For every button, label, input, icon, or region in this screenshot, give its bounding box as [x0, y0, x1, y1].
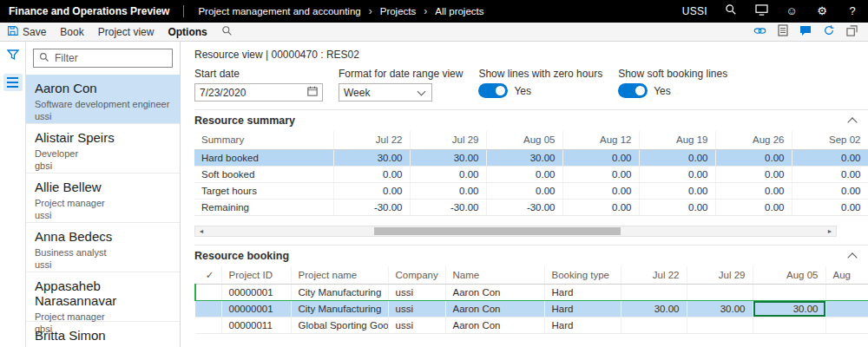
summary-row-hard-booked[interactable]: Hard booked 30.00 30.00 30.00 0.00 0.00 …	[194, 149, 868, 166]
resource-item-appasaheb-narasannavar[interactable]: Appasaheb Narasannavar Project manager g…	[26, 272, 180, 322]
project-view-button[interactable]: Project view	[98, 26, 155, 38]
filter-input[interactable]	[55, 52, 167, 64]
resource-summary-header: Resource summary	[194, 109, 868, 131]
column-header-aug26[interactable]: Aug 26	[715, 131, 792, 149]
column-header-sep02[interactable]: Sep 02	[792, 131, 868, 149]
summary-header-row: Summary Jul 22 Jul 29 Aug 05 Aug 12 Aug …	[194, 131, 868, 149]
action-search-icon[interactable]	[221, 25, 233, 39]
resource-item-aaron-con[interactable]: Aaron Con Software development engineer …	[26, 75, 180, 124]
view-controls: Start date Format for date range view We…	[194, 68, 868, 101]
soft-booking-value: Yes	[654, 85, 671, 97]
column-header-aug05[interactable]: Aug 05	[753, 266, 825, 285]
content: Aaron Con Software development engineer …	[0, 42, 868, 347]
column-header-booking-type[interactable]: Booking type	[544, 266, 621, 285]
feedback-icon[interactable]: ☺	[785, 4, 799, 18]
divider	[183, 5, 184, 17]
zero-hours-control: Show lines with zero hours Yes	[478, 68, 602, 101]
message-icon[interactable]	[799, 25, 812, 39]
scroll-right-icon[interactable]: ►	[824, 226, 836, 236]
resource-sidebar: Aaron Con Software development engineer …	[26, 42, 181, 347]
chevron-right-icon: ›	[369, 5, 372, 17]
company-link[interactable]: ussi	[388, 301, 445, 318]
resource-item-alistair-speirs[interactable]: Alistair Speirs Developer gbsi	[26, 124, 180, 174]
format-value: Week	[344, 87, 370, 99]
column-header-aug-partial[interactable]: Aug	[825, 266, 868, 285]
filter-field[interactable]	[33, 49, 173, 68]
column-header-name[interactable]: Name	[445, 266, 544, 285]
chevron-down-icon	[418, 87, 426, 95]
breadcrumb-module[interactable]: Project management and accounting	[198, 6, 360, 16]
page-title: Resource view | 00000470 : RES02	[194, 49, 868, 61]
app-title[interactable]: Finance and Operations Preview	[9, 5, 169, 17]
format-dropdown[interactable]: Week	[339, 83, 432, 101]
collapse-icon-resource-booking[interactable]	[847, 252, 857, 262]
attachments-icon[interactable]	[753, 25, 766, 39]
refresh-icon[interactable]	[823, 24, 835, 39]
document-icon[interactable]	[778, 24, 788, 39]
column-header-jul22[interactable]: Jul 22	[333, 131, 410, 149]
action-pane-right-icons	[753, 24, 861, 39]
resource-item-anna-bedecs[interactable]: Anna Bedecs Business analyst ussi	[26, 223, 180, 272]
column-header-jul29[interactable]: Jul 29	[687, 266, 753, 285]
options-tab[interactable]: Options	[168, 26, 207, 38]
active-cell[interactable]: 30.00	[753, 301, 825, 318]
resource-item-allie-bellew[interactable]: Allie Bellew Project manager ussi	[26, 174, 180, 223]
zero-hours-value: Yes	[514, 85, 531, 97]
summary-row-soft-booked[interactable]: Soft booked 0.00 0.00 0.00 0.00 0.00 0.0…	[194, 166, 868, 182]
breadcrumb-projects[interactable]: Projects	[380, 6, 417, 16]
start-date-input[interactable]	[200, 87, 295, 99]
save-button[interactable]: Save	[7, 25, 46, 39]
row-select-cell[interactable]	[195, 301, 221, 318]
scrollbar-thumb[interactable]	[374, 227, 621, 235]
zero-hours-toggle[interactable]	[478, 83, 508, 98]
resource-booking-grid-wrap: ✓ Project ID Project name Company Name B…	[194, 266, 868, 335]
booking-row-1[interactable]: 00000001 City Manufacturing ussi Aaron C…	[195, 285, 868, 301]
settings-icon[interactable]: ⚙	[815, 4, 829, 18]
scrollbar-track[interactable]	[207, 226, 824, 236]
device-icon[interactable]	[754, 4, 768, 19]
row-select-cell[interactable]	[195, 318, 221, 334]
main-panel: Resource view | 00000470 : RES02 Start d…	[181, 42, 868, 347]
zero-hours-label: Show lines with zero hours	[478, 68, 602, 80]
filter-pane-icon[interactable]	[7, 49, 19, 63]
start-date-label: Start date	[194, 68, 323, 80]
select-all-checkmark-icon[interactable]: ✓	[195, 266, 221, 285]
collapse-icon-resource-summary[interactable]	[847, 117, 857, 127]
resource-booking-grid: ✓ Project ID Project name Company Name B…	[194, 266, 868, 335]
scroll-left-icon[interactable]: ◄	[195, 226, 207, 236]
left-rail	[0, 42, 26, 347]
column-header-aug19[interactable]: Aug 19	[639, 131, 715, 149]
list-pane-icon[interactable]	[3, 74, 23, 91]
column-header-aug12[interactable]: Aug 12	[562, 131, 639, 149]
start-date-control: Start date	[194, 68, 323, 101]
action-pane: Save Book Project view Options	[0, 23, 868, 42]
booking-row-3[interactable]: 00000011 Global Sporting Goods ussi Aaro…	[195, 318, 868, 334]
chevron-right-icon: ›	[424, 5, 427, 17]
horizontal-scrollbar: ◄ ►	[194, 226, 837, 237]
save-icon	[7, 25, 18, 39]
open-in-new-window-icon[interactable]	[846, 25, 858, 39]
column-header-project-name[interactable]: Project name	[291, 266, 388, 285]
start-date-field[interactable]	[194, 83, 323, 101]
breadcrumb-all-projects[interactable]: All projects	[435, 6, 483, 16]
search-icon[interactable]	[724, 3, 738, 19]
summary-row-remaining[interactable]: Remaining -30.00 -30.00 -30.00 0.00 0.00…	[194, 199, 868, 215]
top-bar: Finance and Operations Preview Project m…	[0, 0, 868, 23]
calendar-icon[interactable]	[307, 86, 318, 99]
resource-summary-grid: Summary Jul 22 Jul 29 Aug 05 Aug 12 Aug …	[194, 131, 868, 216]
column-header-jul29[interactable]: Jul 29	[410, 131, 486, 149]
help-icon[interactable]: ?	[845, 4, 859, 18]
booking-row-2-selected[interactable]: 00000001 City Manufacturing ussi Aaron C…	[195, 301, 868, 318]
row-select-cell[interactable]	[195, 285, 221, 301]
column-header-project-id[interactable]: Project ID	[221, 266, 291, 285]
column-header-summary[interactable]: Summary	[194, 131, 333, 149]
date-range-format-control: Format for date range view Week	[339, 68, 463, 101]
soft-booking-toggle[interactable]	[618, 83, 648, 98]
company-picker[interactable]: USSI	[682, 5, 707, 17]
column-header-aug05[interactable]: Aug 05	[486, 131, 562, 149]
column-header-company[interactable]: Company	[388, 266, 445, 285]
resource-summary-title: Resource summary	[194, 115, 295, 127]
summary-row-target-hours[interactable]: Target hours 0.00 0.00 0.00 0.00 0.00 0.…	[194, 182, 868, 199]
column-header-jul22[interactable]: Jul 22	[621, 266, 687, 285]
book-button[interactable]: Book	[60, 26, 83, 38]
